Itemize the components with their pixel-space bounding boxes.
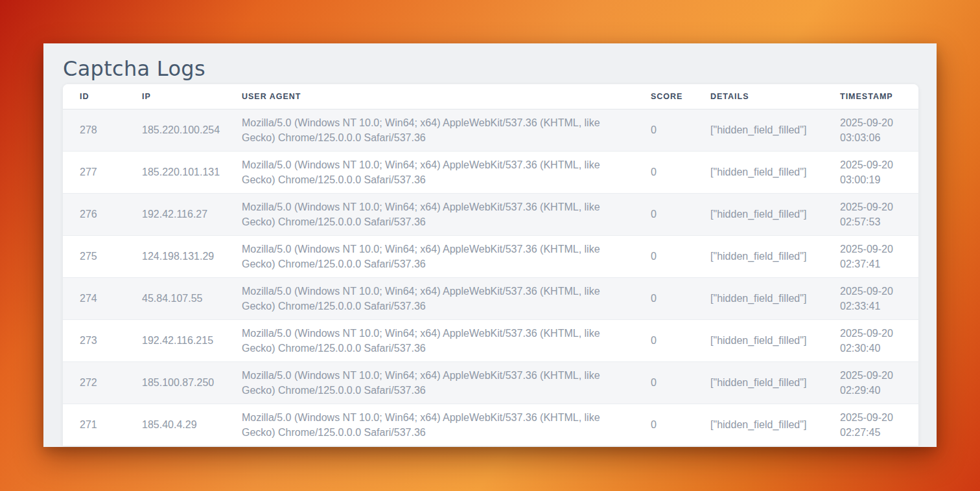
cell-user_agent: Mozilla/5.0 (Windows NT 10.0; Win64; x64… — [225, 151, 634, 193]
cell-id: 272 — [63, 361, 125, 404]
captcha-logs-table: IDIPUSER AGENTSCOREDETAILSTIMESTAMP 2781… — [63, 84, 918, 446]
cell-user_agent: Mozilla/5.0 (Windows NT 10.0; Win64; x64… — [225, 109, 634, 151]
page: { "page": { "title": "Captcha Logs" }, "… — [0, 0, 980, 491]
table-row: 277185.220.101.131Mozilla/5.0 (Windows N… — [63, 151, 918, 193]
cell-score: 0 — [634, 277, 694, 319]
captcha-logs-panel: Captcha Logs IDIPUSER AGENTSCOREDETAILST… — [43, 43, 937, 447]
cell-timestamp: 2025-09-20 02:33:41 — [823, 277, 918, 319]
cell-ip: 45.84.107.55 — [125, 277, 225, 319]
cell-user_agent: Mozilla/5.0 (Windows NT 10.0; Win64; x64… — [225, 361, 634, 404]
table-head: IDIPUSER AGENTSCOREDETAILSTIMESTAMP — [63, 84, 918, 109]
cell-score: 0 — [634, 235, 694, 277]
cell-details: ["hidden_field_filled"] — [694, 193, 823, 235]
cell-score: 0 — [634, 361, 694, 404]
table-row: 271185.40.4.29Mozilla/5.0 (Windows NT 10… — [63, 404, 918, 446]
page-title: Captcha Logs — [63, 53, 937, 84]
table-row: 276192.42.116.27Mozilla/5.0 (Windows NT … — [63, 193, 918, 235]
cell-user_agent: Mozilla/5.0 (Windows NT 10.0; Win64; x64… — [225, 319, 634, 361]
cell-details: ["hidden_field_filled"] — [694, 235, 823, 277]
cell-id: 278 — [63, 109, 125, 151]
cell-ip: 185.220.101.131 — [125, 151, 225, 193]
column-header-score: SCORE — [634, 84, 694, 109]
cell-ip: 124.198.131.29 — [125, 235, 225, 277]
cell-timestamp: 2025-09-20 02:30:40 — [823, 319, 918, 361]
column-header-user_agent: USER AGENT — [225, 84, 634, 109]
cell-score: 0 — [634, 404, 694, 446]
table-row: 273192.42.116.215Mozilla/5.0 (Windows NT… — [63, 319, 918, 361]
cell-details: ["hidden_field_filled"] — [694, 361, 823, 404]
table-row: 275124.198.131.29Mozilla/5.0 (Windows NT… — [63, 235, 918, 277]
table-body: 278185.220.100.254Mozilla/5.0 (Windows N… — [63, 109, 918, 446]
cell-id: 273 — [63, 319, 125, 361]
cell-ip: 185.40.4.29 — [125, 404, 225, 446]
cell-timestamp: 2025-09-20 03:03:06 — [823, 109, 918, 151]
cell-id: 276 — [63, 193, 125, 235]
cell-user_agent: Mozilla/5.0 (Windows NT 10.0; Win64; x64… — [225, 404, 634, 446]
cell-score: 0 — [634, 109, 694, 151]
table-row: 278185.220.100.254Mozilla/5.0 (Windows N… — [63, 109, 918, 151]
cell-score: 0 — [634, 151, 694, 193]
cell-timestamp: 2025-09-20 02:27:45 — [823, 404, 918, 446]
cell-id: 274 — [63, 277, 125, 319]
table-header-row: IDIPUSER AGENTSCOREDETAILSTIMESTAMP — [63, 84, 918, 109]
cell-details: ["hidden_field_filled"] — [694, 277, 823, 319]
cell-timestamp: 2025-09-20 02:37:41 — [823, 235, 918, 277]
column-header-ip: IP — [125, 84, 225, 109]
cell-ip: 185.100.87.250 — [125, 361, 225, 404]
cell-id: 277 — [63, 151, 125, 193]
column-header-details: DETAILS — [694, 84, 823, 109]
cell-ip: 192.42.116.215 — [125, 319, 225, 361]
cell-user_agent: Mozilla/5.0 (Windows NT 10.0; Win64; x64… — [225, 235, 634, 277]
table-row: 272185.100.87.250Mozilla/5.0 (Windows NT… — [63, 361, 918, 404]
cell-ip: 185.220.100.254 — [125, 109, 225, 151]
cell-details: ["hidden_field_filled"] — [694, 151, 823, 193]
cell-timestamp: 2025-09-20 02:57:53 — [823, 193, 918, 235]
logs-table-container: IDIPUSER AGENTSCOREDETAILSTIMESTAMP 2781… — [63, 84, 918, 446]
cell-user_agent: Mozilla/5.0 (Windows NT 10.0; Win64; x64… — [225, 277, 634, 319]
cell-score: 0 — [634, 193, 694, 235]
column-header-timestamp: TIMESTAMP — [823, 84, 918, 109]
table-row: 27445.84.107.55Mozilla/5.0 (Windows NT 1… — [63, 277, 918, 319]
cell-id: 271 — [63, 404, 125, 446]
cell-score: 0 — [634, 319, 694, 361]
column-header-id: ID — [63, 84, 125, 109]
cell-details: ["hidden_field_filled"] — [694, 319, 823, 361]
cell-details: ["hidden_field_filled"] — [694, 404, 823, 446]
cell-details: ["hidden_field_filled"] — [694, 109, 823, 151]
cell-timestamp: 2025-09-20 03:00:19 — [823, 151, 918, 193]
cell-user_agent: Mozilla/5.0 (Windows NT 10.0; Win64; x64… — [225, 193, 634, 235]
cell-timestamp: 2025-09-20 02:29:40 — [823, 361, 918, 404]
cell-ip: 192.42.116.27 — [125, 193, 225, 235]
cell-id: 275 — [63, 235, 125, 277]
